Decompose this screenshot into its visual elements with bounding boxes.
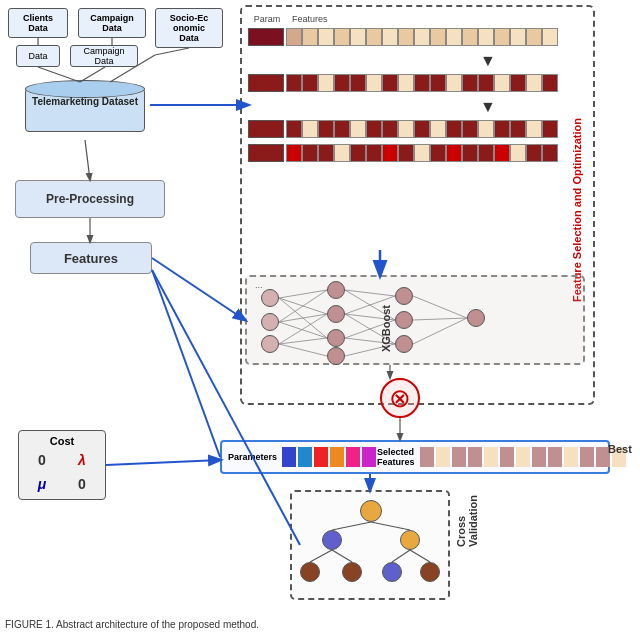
socioec-data-box: Socio-Ec onomic Data (155, 8, 223, 48)
diagram-container: Clients Data Campaign Data Socio-Ec onom… (0, 0, 640, 634)
cost-lambda: λ (63, 449, 101, 471)
best-row: Parameters Selected Features (220, 440, 610, 474)
cross-validation-box (290, 490, 450, 600)
svg-line-28 (155, 48, 189, 55)
param-label: Param (248, 14, 286, 24)
svg-line-23 (332, 550, 352, 562)
cv-tree-connections (292, 492, 448, 598)
telemarketing-label: Telemarketing Dataset (25, 96, 145, 107)
cost-mu: μ (23, 473, 61, 495)
svg-line-22 (310, 550, 332, 562)
chrom-row-2 (248, 74, 578, 92)
svg-line-24 (392, 550, 410, 562)
features-box: Features (30, 242, 152, 274)
svg-line-20 (332, 522, 371, 530)
chrom-row-1 (248, 28, 578, 46)
svg-line-34 (152, 258, 245, 320)
telemarketing-dataset: Telemarketing Dataset (20, 80, 150, 140)
svg-line-4 (279, 314, 327, 322)
xgboost-label: XGBoost (380, 305, 392, 352)
svg-line-9 (345, 290, 395, 296)
cost-box: Cost 0 λ μ 0 (18, 430, 106, 500)
best-label: Best (608, 443, 632, 455)
svg-line-3 (279, 290, 327, 322)
cost-zero2: 0 (63, 473, 101, 495)
svg-line-17 (413, 296, 467, 318)
svg-line-36 (106, 460, 220, 465)
svg-line-32 (85, 140, 90, 180)
svg-line-19 (413, 318, 467, 344)
svg-line-5 (279, 322, 327, 338)
preprocessing-box: Pre-Processing (15, 180, 165, 218)
cv-label: Cross Validation (455, 495, 479, 547)
data-sub-clients: Data (16, 45, 60, 67)
xgboost-box: ··· (245, 275, 585, 365)
cross-symbol: ⊗ (380, 378, 420, 418)
features-label-top: Features (292, 14, 328, 24)
svg-line-7 (279, 338, 327, 344)
svg-line-25 (410, 550, 430, 562)
svg-line-8 (279, 344, 327, 356)
campaign-data-box: Campaign Data (78, 8, 146, 38)
chrom-row-3 (248, 120, 578, 138)
data-sub-campaign: Campaign Data (70, 45, 138, 67)
chrom-row-4 (248, 144, 578, 162)
cost-zero1: 0 (23, 449, 61, 471)
svg-line-0 (279, 290, 327, 298)
figure-caption: FIGURE 1. Abstract architecture of the p… (5, 619, 259, 630)
nn-connections (247, 277, 583, 363)
svg-line-18 (413, 318, 467, 320)
svg-line-35 (152, 270, 220, 457)
svg-line-21 (371, 522, 410, 530)
pf-labels: Param Features (248, 14, 328, 24)
clients-data-box: Clients Data (8, 8, 68, 38)
chromosome-container: ▼ ▼ (248, 28, 578, 168)
